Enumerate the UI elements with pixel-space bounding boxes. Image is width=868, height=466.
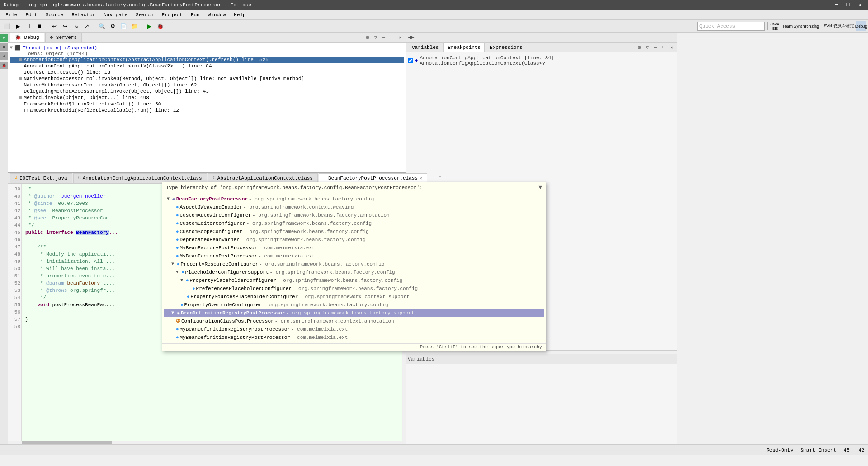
toolbar-run-btn[interactable]: ▶ bbox=[144, 21, 154, 31]
toolbar-btn-10[interactable]: ⚙ bbox=[108, 21, 118, 31]
toolbar-btn-8[interactable]: ↗ bbox=[82, 21, 92, 31]
tree-node-mybeandefinition-2[interactable]: ● MyBeanDefinitionRegistryPostProcessor … bbox=[164, 333, 544, 342]
debug-icon-2[interactable]: ▽ bbox=[372, 34, 379, 41]
tree-expand-propertyplaceholder[interactable]: ▼ bbox=[180, 277, 185, 284]
right-tab-variables[interactable]: Variables bbox=[408, 43, 443, 52]
thread-entry[interactable]: ▼ ⬛ Thread [main] (Suspended) bbox=[10, 44, 404, 51]
tree-node-configurationclass[interactable]: ② ConfigurationClassPostProcessor - org.… bbox=[164, 317, 544, 325]
stack-frame-2[interactable]: ≡ IOCTest_Ext.test01() line: 13 bbox=[10, 69, 404, 76]
right-nav-bar: ◀ ▶ bbox=[406, 33, 677, 43]
toolbar-btn-5[interactable]: ↩ bbox=[49, 21, 59, 31]
menu-run[interactable]: Run bbox=[187, 11, 203, 19]
stack-frame-0[interactable]: ≡ AnnotationConfigApplicationContext(Abs… bbox=[10, 57, 404, 63]
right-icon-min[interactable]: — bbox=[652, 44, 659, 51]
stack-frame-4[interactable]: ≡ NativeMethodAccessorImpl.invoke(Object… bbox=[10, 82, 404, 88]
tree-expand-1[interactable]: ▼ bbox=[167, 195, 171, 203]
menu-file[interactable]: File bbox=[2, 11, 21, 19]
stack-frame-0-text: AnnotationConfigApplicationContext(Abstr… bbox=[24, 57, 269, 62]
tree-expand-property[interactable]: ▼ bbox=[171, 261, 176, 268]
toolbar-btn-11[interactable]: 📄 bbox=[118, 21, 128, 31]
toolbar-btn-4[interactable]: ⏹ bbox=[34, 21, 44, 31]
stack-frame-5[interactable]: ≡ DelegatingMethodAccessorImpl.invoke(Ob… bbox=[10, 88, 404, 95]
tree-node-propertysources[interactable]: ● PropertySourcesPlaceholderConfigurer -… bbox=[164, 293, 544, 301]
tree-expand-beandefinition[interactable]: ▼ bbox=[171, 309, 176, 317]
editor-hscrollbar[interactable] bbox=[8, 441, 406, 444]
toolbar-btn-7[interactable]: ↘ bbox=[71, 21, 81, 31]
tree-node-mybeanfactory-1[interactable]: ● MyBeanFactoryPostProcessor - com.meime… bbox=[164, 244, 544, 252]
right-tab-expressions[interactable]: Expressions bbox=[486, 43, 527, 52]
debug-close[interactable]: ✕ bbox=[396, 34, 404, 41]
tree-node-propertyplaceholder[interactable]: ▼ ● PropertyPlaceholderConfigurer - org.… bbox=[164, 276, 544, 285]
menu-edit[interactable]: Edit bbox=[22, 11, 41, 19]
right-icon-2[interactable]: ▽ bbox=[644, 44, 651, 51]
toolbar-btn-3[interactable]: ⏸ bbox=[24, 21, 33, 31]
tree-node-deprecatedbeanwarner[interactable]: ● DeprecatedBeanWarner - org.springframe… bbox=[164, 236, 544, 244]
stack-frame-6[interactable]: ≡ Method.invoke(Object, Object...) line:… bbox=[10, 95, 404, 101]
perspective-java-ee[interactable]: Java EE bbox=[770, 21, 780, 31]
tree-node-beanfactorypostprocessor[interactable]: ▼ ◈ BeanFactoryPostProcessor - org.sprin… bbox=[164, 195, 544, 203]
minimize-button[interactable]: − bbox=[832, 0, 841, 10]
tree-node-placeholderconfigurer[interactable]: ▼ ● PlaceholderConfigurerSupport - org.s… bbox=[164, 268, 544, 276]
stack-frame-7[interactable]: ≡ FrameworkMethod$1.runReflectiveCall() … bbox=[10, 101, 404, 107]
right-icon-close[interactable]: ✕ bbox=[668, 44, 675, 51]
tree-node-preferences[interactable]: ● PreferencesPlaceholderConfigurer - org… bbox=[164, 285, 544, 293]
tree-expand-placeholder[interactable]: ▼ bbox=[176, 269, 180, 276]
popup-close-button[interactable]: ▼ bbox=[538, 184, 542, 191]
debug-maximize[interactable]: □ bbox=[388, 34, 396, 41]
menu-window[interactable]: Window bbox=[204, 11, 230, 19]
toolbar-btn-1[interactable]: ⬜ bbox=[2, 21, 12, 31]
toolbar-debug-btn[interactable]: 🐞 bbox=[155, 21, 165, 31]
stack-frame-3[interactable]: ≡ NativeMethodAccessorImpl.invoke0(Metho… bbox=[10, 76, 404, 82]
right-tab-breakpoints[interactable]: Breakpoints bbox=[443, 43, 485, 52]
stack-frame-8[interactable]: ≡ FrameworkMethod$1(ReflectiveCallable).… bbox=[10, 107, 404, 114]
sidebar-icon-2[interactable]: ≡ bbox=[0, 43, 8, 51]
toolbar-btn-12[interactable]: 📁 bbox=[129, 21, 139, 31]
stack-frame-2-text: IOCTest_Ext.test01() line: 13 bbox=[24, 70, 110, 75]
tab-servers[interactable]: ⚙ Servers bbox=[45, 33, 82, 42]
tree-node-beandefinitionregistry[interactable]: ▼ ◈ BeanDefinitionRegistryPostProcessor … bbox=[164, 309, 544, 317]
sidebar-icon-1[interactable]: P bbox=[0, 34, 8, 42]
right-nav-forward[interactable]: ▶ bbox=[411, 34, 414, 41]
toolbar-btn-9[interactable]: 🔍 bbox=[97, 21, 107, 31]
menu-project[interactable]: Project bbox=[158, 11, 186, 19]
quick-access-box[interactable]: Quick Access bbox=[697, 22, 765, 31]
right-icon-max[interactable]: □ bbox=[660, 44, 667, 51]
tree-node-mybeandefinition-1[interactable]: ● MyBeanDefinitionRegistryPostProcessor … bbox=[164, 325, 544, 333]
menu-help[interactable]: Help bbox=[230, 11, 249, 19]
maximize-button[interactable]: □ bbox=[844, 0, 853, 10]
debug-icon-1[interactable]: ⊟ bbox=[364, 34, 371, 41]
sidebar-icon-4[interactable]: 🐞 bbox=[0, 62, 8, 69]
menu-source[interactable]: Source bbox=[42, 11, 67, 19]
stack-frame-4-text: NativeMethodAccessorImpl.invoke(Object, … bbox=[24, 82, 197, 88]
right-nav-back[interactable]: ◀ bbox=[408, 34, 411, 41]
breakpoint-entry-1[interactable]: ♦ AnnotationConfigApplicationContext [li… bbox=[408, 54, 675, 67]
menu-search[interactable]: Search bbox=[132, 11, 157, 19]
debug-minimize[interactable]: — bbox=[380, 34, 387, 41]
right-icon-1[interactable]: ⊟ bbox=[636, 44, 643, 51]
perspective-team-sync[interactable]: Team Synchronizing bbox=[781, 21, 821, 31]
tree-node-customautowire[interactable]: ● CustomAutowireConfigurer - org.springf… bbox=[164, 211, 544, 219]
toolbar-btn-2[interactable]: ▶ bbox=[13, 21, 23, 31]
editor-tab-close[interactable]: ✕ bbox=[420, 176, 422, 181]
perspective-debug[interactable]: Debug bbox=[856, 21, 866, 31]
editor-icon-min[interactable]: — bbox=[428, 175, 435, 182]
tree-node-customscope[interactable]: ● CustomScopeConfigurer - org.springfram… bbox=[164, 228, 544, 236]
toolbar-btn-6[interactable]: ↪ bbox=[60, 21, 70, 31]
menu-navigate[interactable]: Navigate bbox=[100, 11, 131, 19]
tree-node-aspectjweaving[interactable]: ● AspectJWeavingEnabler - org.springfram… bbox=[164, 203, 544, 211]
editor-hscrollbar-thumb[interactable] bbox=[22, 441, 112, 445]
tree-node-propertyresource[interactable]: ▼ ● PropertyResourceConfigurer - org.spr… bbox=[164, 260, 544, 268]
editor-tab-ioctest[interactable]: J IOCTest_Ext.java bbox=[10, 173, 72, 183]
close-button[interactable]: ✕ bbox=[855, 0, 864, 10]
editor-icon-max[interactable]: □ bbox=[436, 175, 443, 182]
perspective-svn[interactable]: SVN 资源库研究 bbox=[822, 21, 855, 31]
tree-node-mybeanfactory-2[interactable]: ● MyBeanFactoryPostProcessor - com.meime… bbox=[164, 252, 544, 260]
tree-node-customeditor[interactable]: ● CustomEditorConfigurer - org.springfra… bbox=[164, 219, 544, 228]
debug-top-area: 🐞 Debug ⚙ Servers ⊟ ▽ — □ ✕ ▼ ⬛ Thread [… bbox=[8, 33, 406, 173]
tab-debug[interactable]: 🐞 Debug bbox=[10, 33, 44, 42]
sidebar-icon-3[interactable]: ⚡ bbox=[0, 52, 8, 60]
stack-frame-1[interactable]: ≡ AnnotationConfigApplicationContext.<in… bbox=[10, 63, 404, 69]
menu-refactor[interactable]: Refactor bbox=[68, 11, 99, 19]
breakpoint-checkbox[interactable] bbox=[408, 58, 413, 63]
tree-node-propertyoverride[interactable]: ● PropertyOverrideConfigurer - org.sprin… bbox=[164, 301, 544, 309]
